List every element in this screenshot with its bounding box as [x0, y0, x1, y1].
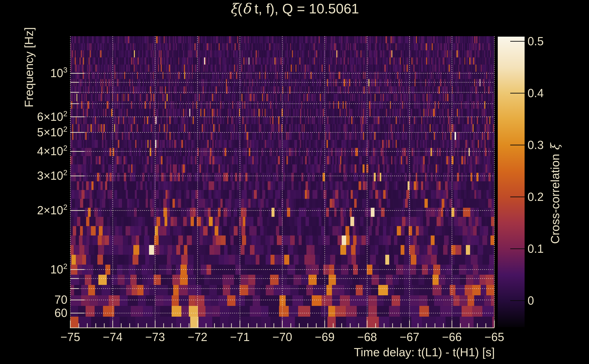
- greek-symbol: ξ: [548, 144, 562, 151]
- y-tick-base: 5×10: [37, 126, 63, 139]
- x-tick-label: −74: [92, 330, 134, 344]
- y-tick-label: 6×102: [37, 110, 67, 124]
- x-tick-label: −71: [219, 330, 261, 344]
- y-tick-label: 102: [50, 263, 67, 276]
- title-text: Cross-correlation: [549, 151, 562, 244]
- greek-symbol: δ: [242, 0, 251, 17]
- colorbar: [498, 37, 525, 327]
- y-tick-exponent: 2: [63, 144, 67, 152]
- x-tick-label: −67: [388, 330, 431, 344]
- y-tick-label: 103: [50, 66, 67, 80]
- y-tick-base: 10: [50, 263, 63, 276]
- page-title: ξ(δ t, f), Q = 10.5061: [230, 0, 359, 17]
- y-axis-title: Frequency [Hz]: [22, 27, 36, 107]
- y-tick-exponent: 2: [63, 125, 67, 133]
- y-tick-label: 70: [54, 293, 67, 307]
- y-tick-exponent: 2: [63, 262, 67, 271]
- y-tick-label: 3×102: [37, 169, 67, 183]
- greek-symbol: ξ: [230, 0, 238, 17]
- y-tick-base: 6×10: [37, 110, 63, 123]
- y-tick-base: 70: [54, 293, 67, 306]
- colorbar-tick: [510, 145, 525, 145]
- colorbar-tick: [510, 248, 525, 249]
- y-tick-base: 3×10: [37, 169, 63, 182]
- x-tick-label: −66: [431, 330, 473, 344]
- x-axis-title: Time delay: t(L1) - t(H1) [s]: [354, 345, 495, 359]
- colorbar-title: Cross-correlation ξ: [548, 144, 562, 244]
- title-text: (: [238, 1, 242, 16]
- colorbar-tick-label: 0.1: [528, 242, 544, 256]
- x-tick-label: −69: [304, 330, 346, 344]
- colorbar-tick: [510, 41, 525, 42]
- y-tick-exponent: 2: [63, 110, 67, 118]
- y-tick-label: 60: [54, 306, 67, 320]
- colorbar-tick-label: 0.4: [528, 86, 544, 100]
- colorbar-tick-label: 0.5: [528, 35, 544, 48]
- colorbar-tick-label: 0.2: [528, 190, 544, 204]
- colorbar-tick: [510, 196, 525, 197]
- title-text: t, f), Q = 10.5061: [251, 1, 359, 16]
- y-tick-base: 60: [54, 306, 67, 319]
- y-tick-base: 10: [50, 67, 63, 80]
- y-tick-exponent: 3: [63, 66, 67, 74]
- colorbar-tick: [510, 300, 525, 301]
- x-tick-label: −73: [134, 330, 176, 344]
- y-tick-label: 4×102: [37, 144, 67, 158]
- y-tick-base: 2×10: [37, 204, 63, 217]
- colorbar-tick-label: 0: [528, 294, 534, 308]
- x-tick-label: −65: [473, 330, 516, 344]
- colorbar-tick-label: 0.3: [528, 138, 544, 152]
- colorbar-tick: [510, 93, 525, 93]
- x-tick-label: −72: [176, 330, 219, 344]
- x-tick-label: −68: [346, 330, 388, 344]
- y-tick-label: 5×102: [37, 126, 67, 139]
- y-tick-base: 4×10: [37, 145, 63, 158]
- y-tick-exponent: 2: [63, 168, 67, 177]
- x-tick-label: −70: [261, 330, 304, 344]
- y-tick-exponent: 2: [63, 203, 67, 211]
- y-tick-label: 2×102: [37, 204, 67, 217]
- qscan-cross-correlation-figure: ξ(δ t, f), Q = 10.5061 Frequency [Hz] Ti…: [0, 0, 589, 364]
- x-tick-label: −75: [49, 330, 92, 344]
